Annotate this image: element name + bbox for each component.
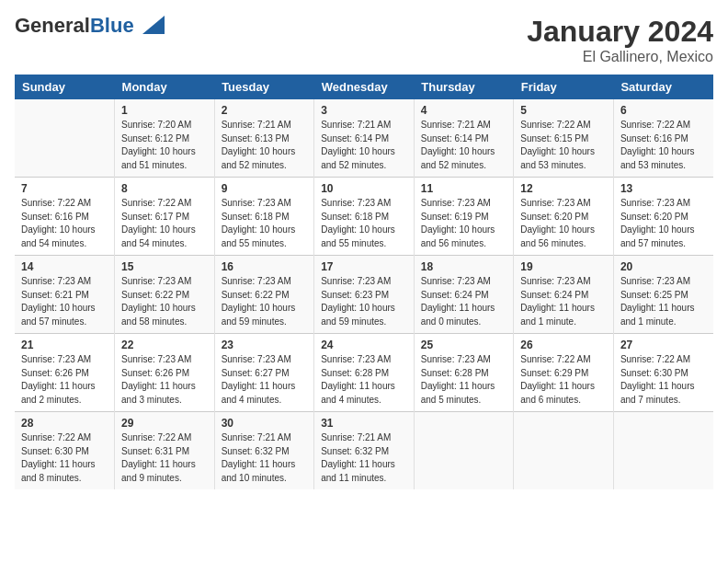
day-info: Sunrise: 7:21 AM Sunset: 6:13 PM Dayligh… [222,119,308,172]
calendar-title: January 2024 [527,15,713,49]
day-number: 19 [520,260,607,273]
day-number: 25 [421,339,507,351]
day-number: 20 [620,260,707,273]
col-header-monday: Monday [115,75,215,99]
day-info: Sunrise: 7:23 AM Sunset: 6:27 PM Dayligh… [222,353,308,407]
day-info: Sunrise: 7:22 AM Sunset: 6:16 PM Dayligh… [21,197,108,250]
day-info: Sunrise: 7:23 AM Sunset: 6:25 PM Dayligh… [620,275,707,328]
calendar-cell: 6Sunrise: 7:22 AM Sunset: 6:16 PM Daylig… [613,99,713,178]
day-info: Sunrise: 7:23 AM Sunset: 6:18 PM Dayligh… [222,197,308,250]
calendar-cell: 10Sunrise: 7:23 AM Sunset: 6:18 PM Dayli… [314,178,415,256]
day-info: Sunrise: 7:23 AM Sunset: 6:21 PM Dayligh… [21,275,108,328]
day-number: 11 [421,182,507,195]
calendar-cell: 1Sunrise: 7:20 AM Sunset: 6:12 PM Daylig… [115,99,215,178]
calendar-cell: 23Sunrise: 7:23 AM Sunset: 6:27 PM Dayli… [214,334,314,412]
calendar-cell: 8Sunrise: 7:22 AM Sunset: 6:17 PM Daylig… [115,178,215,256]
calendar-week-row: 21Sunrise: 7:23 AM Sunset: 6:26 PM Dayli… [15,334,713,412]
day-info: Sunrise: 7:23 AM Sunset: 6:22 PM Dayligh… [222,275,308,328]
calendar-cell: 12Sunrise: 7:23 AM Sunset: 6:20 PM Dayli… [514,178,614,256]
day-number: 21 [21,339,108,351]
col-header-friday: Friday [514,75,614,99]
day-info: Sunrise: 7:23 AM Sunset: 6:18 PM Dayligh… [321,197,407,250]
day-info: Sunrise: 7:22 AM Sunset: 6:30 PM Dayligh… [620,353,707,407]
calendar-cell: 20Sunrise: 7:23 AM Sunset: 6:25 PM Dayli… [613,256,713,334]
day-info: Sunrise: 7:22 AM Sunset: 6:31 PM Dayligh… [121,431,208,485]
day-info: Sunrise: 7:23 AM Sunset: 6:26 PM Dayligh… [121,353,208,407]
calendar-subtitle: El Gallinero, Mexico [527,49,713,65]
day-number: 15 [121,260,208,273]
day-number: 26 [520,339,607,351]
calendar-cell: 11Sunrise: 7:23 AM Sunset: 6:19 PM Dayli… [414,178,514,256]
day-number: 2 [222,104,308,117]
day-info: Sunrise: 7:20 AM Sunset: 6:12 PM Dayligh… [121,119,208,172]
calendar-cell [15,99,115,178]
day-number: 24 [321,339,407,351]
calendar-cell: 16Sunrise: 7:23 AM Sunset: 6:22 PM Dayli… [214,256,314,334]
day-number: 18 [421,260,507,273]
logo-general-text: General [15,14,90,37]
calendar-cell: 18Sunrise: 7:23 AM Sunset: 6:24 PM Dayli… [414,256,514,334]
day-number: 27 [620,339,707,351]
day-number: 28 [21,417,108,430]
calendar-table: SundayMondayTuesdayWednesdayThursdayFrid… [15,75,713,489]
calendar-week-row: 28Sunrise: 7:22 AM Sunset: 6:30 PM Dayli… [15,412,713,490]
day-number: 1 [121,104,208,117]
day-info: Sunrise: 7:21 AM Sunset: 6:14 PM Dayligh… [321,119,407,172]
svg-marker-0 [142,16,165,34]
day-number: 30 [222,417,308,430]
calendar-week-row: 14Sunrise: 7:23 AM Sunset: 6:21 PM Dayli… [15,256,713,334]
day-info: Sunrise: 7:23 AM Sunset: 6:23 PM Dayligh… [321,275,407,328]
day-number: 31 [321,417,407,430]
day-info: Sunrise: 7:22 AM Sunset: 6:16 PM Dayligh… [620,119,707,172]
calendar-cell: 17Sunrise: 7:23 AM Sunset: 6:23 PM Dayli… [314,256,415,334]
logo: GeneralBlue [15,15,165,37]
day-number: 10 [321,182,407,195]
day-info: Sunrise: 7:23 AM Sunset: 6:24 PM Dayligh… [421,275,507,328]
day-number: 14 [21,260,108,273]
calendar-cell: 2Sunrise: 7:21 AM Sunset: 6:13 PM Daylig… [214,99,314,178]
day-number: 3 [321,104,407,117]
day-number: 13 [620,182,707,195]
calendar-cell: 29Sunrise: 7:22 AM Sunset: 6:31 PM Dayli… [115,412,215,490]
calendar-cell: 19Sunrise: 7:23 AM Sunset: 6:24 PM Dayli… [514,256,614,334]
calendar-cell: 14Sunrise: 7:23 AM Sunset: 6:21 PM Dayli… [15,256,115,334]
calendar-week-row: 1Sunrise: 7:20 AM Sunset: 6:12 PM Daylig… [15,99,713,178]
day-info: Sunrise: 7:23 AM Sunset: 6:28 PM Dayligh… [421,353,507,407]
day-info: Sunrise: 7:21 AM Sunset: 6:32 PM Dayligh… [222,431,308,485]
col-header-tuesday: Tuesday [214,75,314,99]
calendar-cell [514,412,614,490]
day-number: 9 [222,182,308,195]
day-info: Sunrise: 7:23 AM Sunset: 6:26 PM Dayligh… [21,353,108,407]
header: GeneralBlue January 2024 El Gallinero, M… [15,15,713,65]
calendar-cell: 24Sunrise: 7:23 AM Sunset: 6:28 PM Dayli… [314,334,415,412]
calendar-cell: 21Sunrise: 7:23 AM Sunset: 6:26 PM Dayli… [15,334,115,412]
calendar-cell: 9Sunrise: 7:23 AM Sunset: 6:18 PM Daylig… [214,178,314,256]
day-info: Sunrise: 7:23 AM Sunset: 6:22 PM Dayligh… [121,275,208,328]
day-info: Sunrise: 7:22 AM Sunset: 6:15 PM Dayligh… [520,119,607,172]
day-info: Sunrise: 7:23 AM Sunset: 6:24 PM Dayligh… [520,275,607,328]
day-info: Sunrise: 7:22 AM Sunset: 6:17 PM Dayligh… [121,197,208,250]
day-info: Sunrise: 7:23 AM Sunset: 6:20 PM Dayligh… [520,197,607,250]
day-number: 8 [121,182,208,195]
day-number: 17 [321,260,407,273]
day-info: Sunrise: 7:23 AM Sunset: 6:28 PM Dayligh… [321,353,407,407]
calendar-cell: 27Sunrise: 7:22 AM Sunset: 6:30 PM Dayli… [613,334,713,412]
day-number: 29 [121,417,208,430]
day-number: 7 [21,182,108,195]
calendar-header-row: SundayMondayTuesdayWednesdayThursdayFrid… [15,75,713,99]
calendar-cell [613,412,713,490]
col-header-sunday: Sunday [15,75,115,99]
day-info: Sunrise: 7:23 AM Sunset: 6:20 PM Dayligh… [620,197,707,250]
title-area: January 2024 El Gallinero, Mexico [527,15,713,65]
calendar-cell: 30Sunrise: 7:21 AM Sunset: 6:32 PM Dayli… [214,412,314,490]
day-number: 6 [620,104,707,117]
day-number: 23 [222,339,308,351]
calendar-cell: 4Sunrise: 7:21 AM Sunset: 6:14 PM Daylig… [414,99,514,178]
day-number: 22 [121,339,208,351]
day-number: 16 [222,260,308,273]
col-header-thursday: Thursday [414,75,514,99]
logo-triangle-icon [142,16,165,34]
col-header-wednesday: Wednesday [314,75,415,99]
calendar-week-row: 7Sunrise: 7:22 AM Sunset: 6:16 PM Daylig… [15,178,713,256]
day-info: Sunrise: 7:23 AM Sunset: 6:19 PM Dayligh… [421,197,507,250]
